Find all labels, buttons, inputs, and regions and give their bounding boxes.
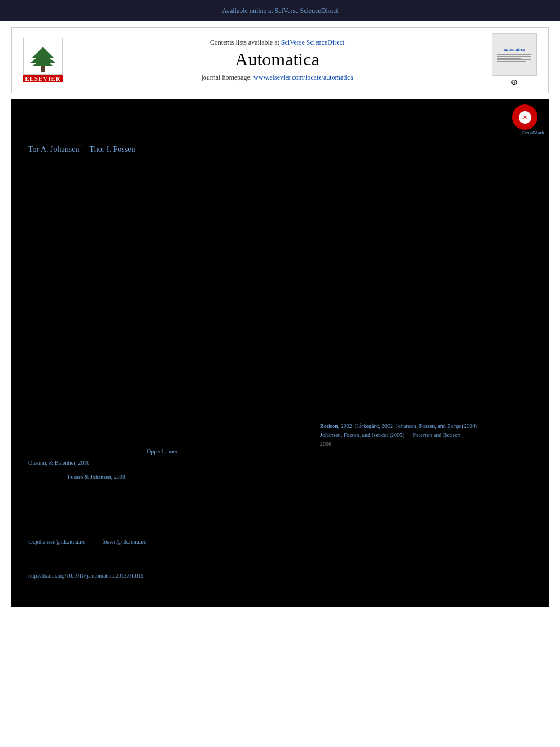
- doi-line: http://dx.doi.org/10.1016/j.automatica.2…: [28, 573, 144, 579]
- contents-available-line: Contents lists available at SciVerse Sci…: [65, 38, 489, 47]
- homepage-url-link[interactable]: www.elsevier.com/locate/automatica: [253, 73, 353, 81]
- journal-title: Automatica: [65, 49, 489, 70]
- doi-link[interactable]: http://dx.doi.org/10.1016/j.automatica.2…: [28, 573, 144, 579]
- references-right: Bodson, 2002 Hårkegård, 2002 Johansen, F…: [320, 422, 535, 449]
- ousumi-ref-link[interactable]: Ousumi, & Balentier, 2010: [28, 460, 89, 466]
- email2-link[interactable]: fossen@itk.ntnu.no: [102, 539, 146, 545]
- automatica-cover-label: automatica: [504, 47, 525, 52]
- oppenheimer-link[interactable]: Oppenheimer,: [147, 448, 179, 455]
- author-fossen-link[interactable]: Thor I. Fossen: [89, 145, 135, 154]
- ref-petersen-bodson[interactable]: Petersen and Bodson: [413, 432, 460, 438]
- author-johansen-link[interactable]: Tor A. Johansen: [28, 145, 79, 154]
- oppenheimer-ref: Oppenheimer,: [147, 448, 179, 455]
- crossmark-badge[interactable]: ✕: [512, 104, 537, 130]
- homepage-line: journal homepage: www.elsevier.com/locat…: [65, 73, 489, 82]
- second-ref: Fusaro & Johansen, 2008: [68, 474, 125, 480]
- email1-link[interactable]: tor.johansen@itk.ntnu.no: [28, 539, 85, 545]
- crossmark-inner: ✕: [519, 111, 531, 124]
- authors-line: Tor A. Johansen 1 Thor I. Fossen: [28, 143, 532, 154]
- journal-cover-right: automatica ⊕: [489, 33, 540, 87]
- author1-superscript: 1: [79, 143, 84, 150]
- top-bar: Available online at SciVerse ScienceDire…: [0, 0, 560, 21]
- elsevier-logo: ELSEVIER: [20, 38, 65, 82]
- article-body: [28, 160, 532, 439]
- fusaro-ref-link[interactable]: Fusaro & Johansen, 2008: [68, 474, 125, 480]
- emails-section: tor.johansen@itk.ntnu.no fossen@itk.ntnu…: [28, 539, 146, 545]
- refs-right-year: 2006: [320, 441, 331, 447]
- svg-rect-0: [41, 65, 45, 72]
- cover-globe-icon: ⊕: [511, 77, 518, 87]
- ref-link-johansen-fossen[interactable]: Johansen, Fossen, and Isendal (2005): [320, 432, 404, 438]
- svg-point-4: [41, 49, 45, 52]
- sciencedirect-link[interactable]: Available online at SciVerse ScienceDire…: [222, 7, 338, 15]
- contents-text: Contents lists available at: [210, 38, 281, 46]
- homepage-text: journal homepage:: [201, 73, 253, 81]
- main-content: ✕ CrossMark Allocation management for ov…: [11, 99, 549, 607]
- journal-header: ELSEVIER Contents lists available at Sci…: [11, 27, 549, 93]
- refs-right-line1: 2002 Hårkegård, 2002 Johansen, Fossen, a…: [341, 423, 477, 429]
- crossmark-label: CrossMark: [522, 130, 544, 136]
- bodson-ref: Bodson,: [320, 423, 339, 429]
- cover-decoration: [497, 54, 531, 63]
- sciverse-link[interactable]: SciVerse ScienceDirect: [281, 38, 344, 46]
- journal-cover-box: automatica: [492, 33, 537, 76]
- elsevier-label: ELSEVIER: [23, 75, 63, 82]
- elsevier-tree-image: [23, 38, 63, 75]
- ref-link-2002-harkegard[interactable]: 2002 Hårkegård, 2002 Johansen, Fossen, a…: [341, 423, 477, 429]
- journal-header-center: Contents lists available at SciVerse Sci…: [65, 38, 489, 82]
- refs-right-line2: Johansen, Fossen, and Isendal (2005) Pet…: [320, 432, 460, 438]
- bottom-left-refs: Ousumi, & Balentier, 2010: [28, 460, 89, 466]
